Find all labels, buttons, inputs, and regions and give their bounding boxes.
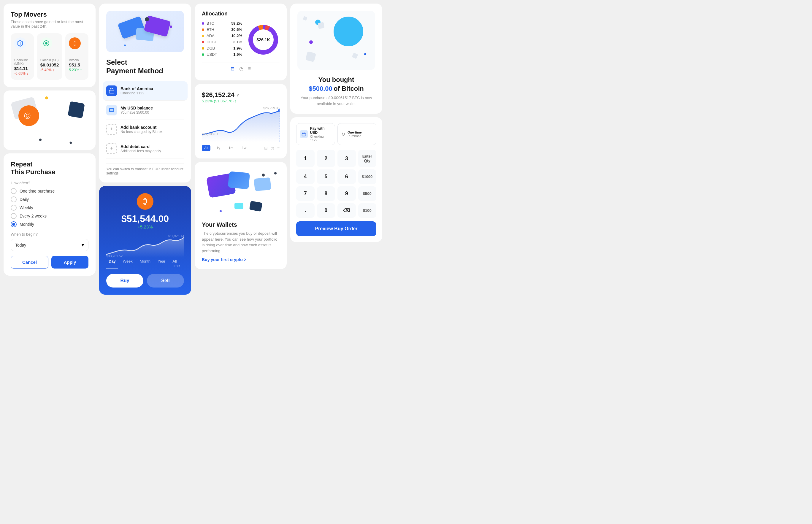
alloc-btc: BTC 59.2% [202,21,242,26]
list-chart-icon[interactable]: ≡ [277,146,279,150]
bought-amount: $500.00 [309,85,332,92]
radio-circle-every2 [11,213,17,219]
key-0[interactable]: 0 [317,203,335,218]
key-1000[interactable]: $1000 [358,169,377,184]
btc-tab-week[interactable]: Week [120,258,135,269]
radio-circle-one-time [11,188,17,194]
portfolio-chart: $26,299.35 $21,183.61 [202,106,279,142]
siacoin-change: -5.48% ↓ [40,68,54,72]
key-3[interactable]: 3 [338,150,356,167]
key-dot[interactable]: . [296,203,314,218]
chainlink-name: Chainlink (LINK) [14,58,30,65]
how-often-label: How often? [11,181,88,185]
purchase-type-selector[interactable]: ↻ One-time Purchase [338,123,376,145]
refresh-icon: ↻ [341,131,345,137]
deco-card: Ⓒ [3,91,96,150]
you-bought-card: You bought $500.00 of Bitcoin Your purch… [290,3,382,114]
allocation-legend: BTC 59.2% ETH 30.6% ADA 10.2% DOGE 3.1% [202,21,242,59]
mover-chainlink[interactable]: Chainlink (LINK) $14.11 -6.65% ↓ [11,33,34,80]
cancel-button[interactable]: Cancel [11,256,48,268]
deco-dot-dark [39,138,42,141]
key-2[interactable]: 2 [317,150,335,167]
donut-chart: $26.1K [247,23,279,56]
key-1[interactable]: 1 [296,150,314,167]
method-text: Pay with USD Checking 1122 [310,126,331,142]
key-7[interactable]: 7 [296,186,314,201]
svg-rect-7 [110,109,113,111]
bank-icon [106,85,117,96]
preview-buy-button[interactable]: Preview Buy Order [296,222,376,236]
bought-description: Your purchase of 0.00961517 BTC is now a… [297,95,375,107]
dot-purple [170,26,172,28]
wallet-blue [228,171,250,189]
alloc-footer: ⊟ ◔ ≡ [202,63,279,73]
wallets-description: The cryptocurrencies you buy or deposit … [202,231,279,254]
eur-note: You can switch to transact in EUR under … [106,163,184,175]
type-text: One-time Purchase [347,131,362,138]
tab-1y[interactable]: 1y [214,145,223,151]
numpad-header: Pay with USD Checking 1122 ↻ One-time Pu… [296,123,376,145]
wallet-dot-purple [220,210,222,212]
select-payment-card: SelectPayment Method Bank of America Che… [99,3,191,182]
btc-change: +5.23% [106,224,184,229]
sell-button[interactable]: Sell [147,274,184,288]
deco-diamond [69,142,72,145]
siacoin-name: Siacoin (SC) [40,58,59,62]
tab-1m[interactable]: 1m [226,145,236,151]
area-chart-icon[interactable]: ⊟ [264,146,268,150]
chainlink-change: -6.65% ↓ [14,71,28,76]
key-6[interactable]: 6 [338,169,356,184]
add-bank-icon: + [106,124,117,135]
radio-monthly[interactable]: Monthly [11,222,88,227]
btc-time-tabs: Day Week Month Year All time [106,258,184,269]
candlestick-icon[interactable]: ◔ [271,146,274,150]
payment-option-add-bank[interactable]: + Add bank account No fees charged by Bi… [106,120,184,139]
pay-method-selector[interactable]: Pay with USD Checking 1122 [296,123,335,145]
wallets-title: Your Wallets [202,222,279,228]
bank-info: Bank of America Checking 1122 [120,86,153,95]
payment-option-bank[interactable]: Bank of America Checking 1122 [103,81,188,101]
list-icon[interactable]: ≡ [248,66,251,73]
radio-every-2-weeks[interactable]: Every 2 weeks [11,213,88,219]
wallet-teal [234,203,243,209]
btc-tab-month[interactable]: Month [137,258,153,269]
siacoin-icon [40,37,52,49]
key-5[interactable]: 5 [317,169,335,184]
payment-option-usd[interactable]: My USD balance You have $500.00 [106,101,184,120]
btc-tab-year[interactable]: Year [155,258,168,269]
bought-deco1 [303,16,307,20]
key-100[interactable]: $100 [358,203,377,218]
mover-bitcoin[interactable]: ₿ Bitcoin $51,5 5.23% ↑ [65,33,88,80]
add-bank-info: Add bank account No fees charged by Bitt… [120,125,164,134]
usd-icon [106,105,117,115]
when-select[interactable]: Today ▾ [11,239,88,251]
key-enter-qty[interactable]: Enter Qty [358,150,377,167]
btc-dot [202,22,204,24]
chainlink-price: $14.11 [14,66,28,71]
movers-row: Chainlink (LINK) $14.11 -6.65% ↓ Siacoin… [11,33,88,80]
btc-tab-alltime[interactable]: All time [170,258,184,269]
pie-icon[interactable]: ◔ [239,66,243,73]
apply-button[interactable]: Apply [51,256,88,268]
key-backspace[interactable]: ⌫ [338,203,356,218]
key-500[interactable]: $500 [358,186,377,201]
btc-tab-day[interactable]: Day [106,258,118,269]
tab-all[interactable]: All [202,145,210,151]
chart-low-label: $21,183.61 [202,132,218,136]
numpad-card: Pay with USD Checking 1122 ↻ One-time Pu… [290,117,382,242]
key-8[interactable]: 8 [317,186,335,201]
buy-button[interactable]: Buy [106,274,143,288]
dot-blue [124,45,126,46]
buy-crypto-link[interactable]: Buy your first crypto > [202,257,279,262]
mover-siacoin[interactable]: Siacoin (SC) $0.01052 -5.48% ↓ [37,33,63,80]
radio-daily[interactable]: Daily [11,196,88,202]
tab-1w[interactable]: 1w [240,145,249,151]
key-9[interactable]: 9 [338,186,356,201]
alloc-usdt: USDT 1.9% [202,52,242,57]
radio-weekly[interactable]: Weekly [11,205,88,211]
payment-option-add-card[interactable]: + Add debit card Additional fees may app… [106,139,184,159]
donut-center-value: $26.1K [256,37,270,42]
radio-one-time[interactable]: One time purchase [11,188,88,194]
chart-icon[interactable]: ⊟ [231,66,234,73]
key-4[interactable]: 4 [296,169,314,184]
